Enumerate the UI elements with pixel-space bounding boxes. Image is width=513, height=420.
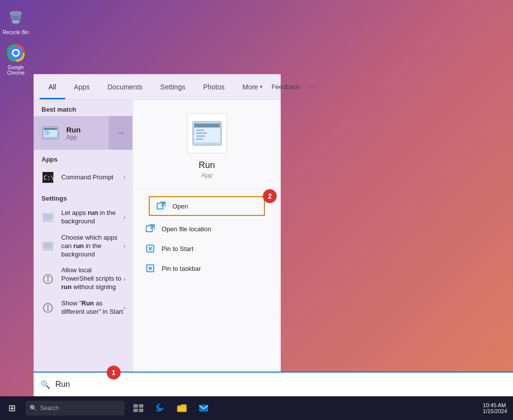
open-label: Open [172, 203, 188, 210]
tab-documents[interactable]: Documents [98, 74, 151, 99]
task-view-button[interactable] [128, 398, 148, 418]
svg-rect-5 [44, 128, 57, 130]
chevron-down-icon: ▾ [260, 84, 262, 89]
best-match-text: Run App [66, 126, 109, 141]
setting-arrow-1: › [124, 243, 126, 250]
svg-rect-6 [44, 130, 48, 131]
tab-all[interactable]: All [40, 74, 65, 99]
svg-rect-12 [44, 214, 52, 219]
open-file-location-button[interactable]: Open file location [133, 219, 281, 239]
pin-to-taskbar-label: Pin to taskbar [162, 265, 201, 272]
chrome-image [6, 43, 26, 63]
open-button[interactable]: Open [149, 196, 265, 216]
setting-item-0[interactable]: Let apps run in the background › [34, 205, 132, 230]
setting-arrow-2: › [124, 276, 126, 283]
chrome-label: GoogleChrome [7, 65, 25, 76]
taskbar-right: 10:45 AM1/15/2024 [477, 396, 513, 420]
system-clock: 10:45 AM1/15/2024 [483, 402, 507, 414]
setting-text-1: Choose which apps can run in the backgro… [61, 234, 124, 259]
svg-rect-34 [133, 404, 138, 408]
recycle-bin-label: Recycle Bin [3, 30, 29, 35]
tab-photos[interactable]: Photos [194, 74, 234, 99]
svg-point-18 [47, 276, 49, 278]
svg-rect-27 [196, 132, 207, 134]
pin-to-start-icon [145, 243, 156, 254]
setting-text-0: Let apps run in the background [61, 209, 124, 226]
edge-browser-button[interactable] [150, 398, 170, 418]
feedback-button[interactable]: Feedback [271, 83, 299, 90]
taskbar-search-label: Search [40, 405, 59, 412]
results-area: Best match Run App → [34, 100, 281, 396]
svg-rect-36 [133, 409, 138, 412]
setting-icon-0 [41, 210, 55, 225]
svg-point-2 [13, 50, 18, 55]
start-button[interactable]: ⊞ [0, 396, 24, 420]
svg-rect-7 [44, 132, 50, 133]
step-badge-1: 1 [107, 366, 121, 379]
pin-to-start-label: Pin to Start [162, 245, 193, 252]
setting-item-1[interactable]: Choose which apps can run in the backgro… [34, 230, 132, 263]
best-match-header: Best match [34, 100, 132, 116]
right-app-type: App [201, 171, 213, 179]
desktop-icon-area: 🗑️ Recycle Bin GoogleChrome [0, 0, 32, 395]
mail-button[interactable] [194, 398, 214, 418]
tabs-left: All Apps Documents Settings Photos More … [40, 74, 271, 99]
search-bar: 🔍 1 [34, 372, 513, 396]
best-match-type: App [66, 134, 109, 141]
best-match-arrow-button[interactable]: → [109, 116, 132, 150]
chrome-icon[interactable]: GoogleChrome [1, 43, 31, 76]
taskbar-search[interactable]: 🔍 Search [26, 401, 125, 416]
taskbar-search-icon: 🔍 [30, 405, 37, 412]
search-panel: All Apps Documents Settings Photos More … [34, 74, 281, 396]
svg-rect-22 [47, 307, 48, 311]
svg-rect-29 [196, 138, 203, 140]
svg-text:C:\: C:\ [43, 174, 53, 181]
svg-rect-28 [196, 135, 205, 137]
search-tabs: All Apps Documents Settings Photos More … [34, 74, 281, 100]
tab-more[interactable]: More ▾ [233, 74, 271, 99]
setting-text-3: Show "Run as different user" in Start [61, 299, 124, 316]
setting-text-2: Allow local PowerShell scripts to run wi… [61, 266, 124, 292]
step-badge-2: 2 [263, 189, 277, 203]
svg-rect-8 [44, 134, 49, 135]
best-match-item[interactable]: Run App → [34, 116, 132, 150]
pin-to-start-button[interactable]: Pin to Start [133, 239, 281, 258]
svg-rect-15 [44, 243, 52, 248]
run-app-icon [41, 123, 60, 143]
tabs-right: Feedback ··· [271, 83, 317, 91]
more-options-button[interactable]: ··· [307, 83, 317, 91]
open-icon [156, 201, 167, 211]
setting-item-2[interactable]: Allow local PowerShell scripts to run wi… [34, 262, 132, 295]
file-explorer-button[interactable] [172, 398, 192, 418]
right-app-name: Run [199, 160, 215, 170]
command-prompt-label: Command Prompt [61, 173, 124, 182]
svg-point-21 [47, 305, 49, 307]
svg-rect-16 [46, 249, 50, 250]
tab-settings[interactable]: Settings [151, 74, 194, 99]
right-app-header: Run App [133, 100, 281, 189]
best-match-name: Run [66, 126, 109, 134]
svg-rect-25 [194, 124, 220, 127]
pin-to-taskbar-button[interactable]: Pin to taskbar [133, 258, 281, 278]
command-prompt-item[interactable]: C:\ Command Prompt › [34, 166, 132, 189]
command-prompt-icon: C:\ [41, 170, 55, 185]
recycle-bin-icon[interactable]: 🗑️ Recycle Bin [1, 8, 31, 35]
tab-apps[interactable]: Apps [65, 74, 99, 99]
right-actions: Open 2 Open file location [133, 189, 281, 282]
svg-rect-13 [46, 220, 50, 221]
search-input[interactable] [55, 380, 506, 389]
svg-rect-38 [177, 407, 186, 412]
setting-icon-2 [41, 272, 55, 287]
command-prompt-arrow: › [124, 174, 126, 181]
setting-arrow-0: › [124, 214, 126, 221]
open-file-location-icon [145, 223, 156, 234]
svg-rect-30 [157, 203, 163, 209]
svg-rect-19 [47, 279, 48, 282]
results-left: Best match Run App → [34, 100, 132, 396]
svg-rect-31 [146, 226, 152, 232]
setting-item-3[interactable]: Show "Run as different user" in Start › [34, 295, 132, 320]
taskbar-icons [128, 398, 214, 418]
svg-rect-26 [196, 129, 204, 131]
setting-icon-3 [41, 300, 55, 315]
results-right: Run App Open [132, 100, 281, 396]
